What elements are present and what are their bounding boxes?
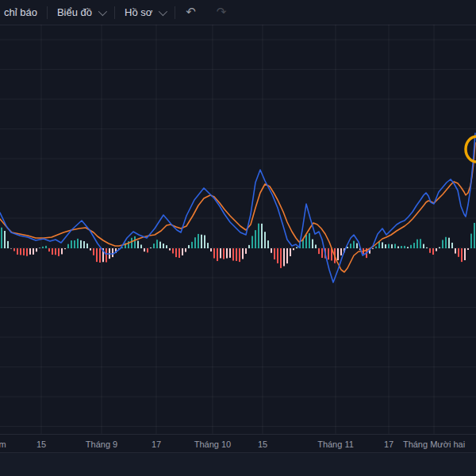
time-axis[interactable]: m15Tháng 917Tháng 1015Tháng 1117Tháng Mư… xyxy=(0,434,476,453)
time-axis-label: Tháng 9 xyxy=(86,440,117,449)
redo-button[interactable]: ↷ xyxy=(206,0,237,25)
time-axis-label: Tháng Mười hai xyxy=(403,440,465,449)
trading-chart-screen: chỉ báo Biểu đồ Hồ sơ ↶ ↷ m15Tháng 917Th… xyxy=(0,0,476,476)
time-axis-label: 17 xyxy=(152,440,161,449)
chevron-down-icon xyxy=(98,6,107,15)
indicators-button[interactable]: chỉ báo xyxy=(0,0,47,25)
undo-icon: ↶ xyxy=(186,6,196,18)
top-toolbar: chỉ báo Biểu đồ Hồ sơ ↶ ↷ xyxy=(0,0,476,25)
time-axis-label: Tháng 11 xyxy=(317,440,354,449)
time-axis-label: Tháng 10 xyxy=(194,440,231,449)
chevron-down-icon xyxy=(159,6,167,15)
macd-chart[interactable] xyxy=(0,25,476,434)
macd-lines xyxy=(0,133,475,282)
redo-icon: ↷ xyxy=(217,6,227,18)
profile-menu-label: Hồ sơ xyxy=(125,6,152,18)
profile-menu-button[interactable]: Hồ sơ xyxy=(115,0,175,25)
undo-button[interactable]: ↶ xyxy=(175,0,206,25)
time-axis-label: 15 xyxy=(258,440,267,449)
chart-menu-button[interactable]: Biểu đồ xyxy=(48,0,114,25)
bottom-bar xyxy=(0,452,476,476)
time-axis-label: m xyxy=(0,440,6,449)
time-axis-label: 15 xyxy=(36,440,46,449)
chart-menu-label: Biểu đồ xyxy=(57,6,92,18)
indicators-label: chỉ báo xyxy=(4,6,37,18)
time-axis-label: 17 xyxy=(384,440,393,449)
